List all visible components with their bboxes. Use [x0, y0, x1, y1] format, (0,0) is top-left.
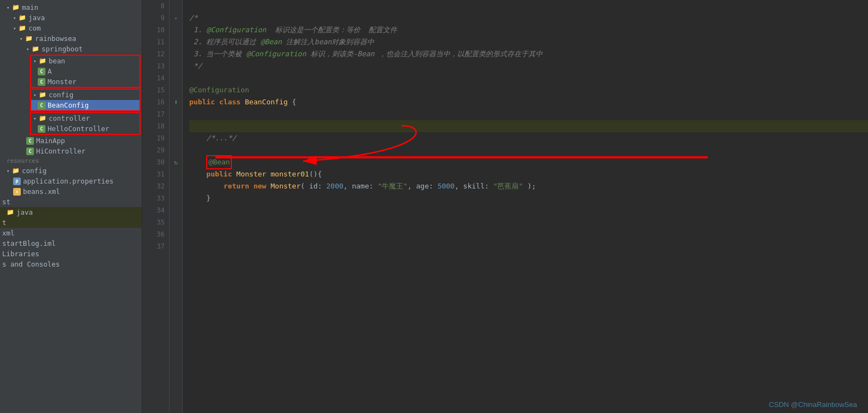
bean-annotation-box: @Bean [206, 155, 232, 169]
sidebar-item-config2[interactable]: ▾ 📁 config [0, 166, 142, 176]
sidebar-item-springboot[interactable]: ▾ 📁 springboot [0, 44, 142, 54]
sidebar-item-MainApp[interactable]: C MainApp [0, 135, 142, 146]
code-line-11: 2. 程序员可以通过 @Bean 注解注入bean对象到容器中 [189, 36, 868, 48]
sidebar-item-HiController[interactable]: C HiController [0, 146, 142, 156]
xml-icon: x [13, 188, 21, 196]
sidebar-item-config[interactable]: ▾ 📁 config [31, 90, 139, 100]
properties-icon: p [13, 178, 21, 185]
code-line-17 [189, 108, 868, 120]
class-icon-hellocontroller: C [38, 125, 45, 133]
code-line-14 [189, 72, 868, 84]
class-icon-a: C [38, 68, 45, 75]
code-line-32: return new Monster ( id: 2000 , name: "牛… [189, 180, 868, 192]
sidebar-item-BeanConfig[interactable]: C BeanConfig [31, 100, 139, 110]
sidebar-item-t[interactable]: t [0, 217, 142, 228]
sidebar-item-com[interactable]: ▾ 📁 com [0, 23, 142, 33]
gutter: ▾ ⬇ ↻ [170, 0, 183, 413]
code-line-33: } [189, 192, 868, 204]
code-line-29 [189, 144, 868, 156]
gutter-refresh[interactable]: ↻ [174, 159, 178, 166]
sidebar-item-java2[interactable]: 📁 java [0, 207, 142, 217]
code-area: 8 9 10 11 12 13 14 15 16 17 18 19 29 30 … [142, 0, 868, 413]
sidebar-item-application-properties[interactable]: p application.properties [0, 176, 142, 186]
sidebar-item-Monster[interactable]: C Monster [31, 76, 139, 87]
sidebar-item-resources[interactable]: resources [0, 156, 142, 166]
sidebar-item-rainbowsea[interactable]: ▾ 📁 rainbowsea [0, 33, 142, 44]
sidebar-item-st[interactable]: st [0, 197, 142, 207]
code-editor-content[interactable]: /* 1. @Configuration 标识这是一个配置类：等价 配置文件 2… [183, 0, 868, 413]
code-line-34 [189, 204, 868, 216]
line-numbers: 8 9 10 11 12 13 14 15 16 17 18 19 29 30 … [142, 0, 170, 413]
class-icon-mainapp: C [26, 137, 34, 145]
code-line-37 [189, 240, 868, 252]
code-line-35 [189, 216, 868, 228]
sidebar-item-libraries[interactable]: Libraries [0, 249, 142, 259]
watermark: CSDN @ChinaRainbowSea [769, 400, 857, 409]
class-icon-monster: C [38, 78, 45, 86]
editor-area: 8 9 10 11 12 13 14 15 16 17 18 19 29 30 … [142, 0, 868, 413]
sidebar-item-beans-xml[interactable]: x beans.xml [0, 186, 142, 197]
code-line-9: /* [189, 12, 868, 24]
code-line-19: /*...*/ [189, 132, 868, 144]
code-line-8 [189, 0, 868, 12]
sidebar-item-sandconsoles[interactable]: s and Consoles [0, 259, 142, 269]
sidebar-item-main[interactable]: ▾ 📁 main [0, 2, 142, 13]
code-line-18 [189, 120, 868, 132]
code-line-10: 1. @Configuration 标识这是一个配置类：等价 配置文件 [189, 24, 868, 36]
sidebar-item-bean[interactable]: ▾ 📁 bean [31, 56, 139, 66]
code-line-31: public Monster monster01 (){ [189, 168, 868, 180]
sidebar-item-java[interactable]: ▾ 📁 java [0, 13, 142, 23]
code-line-15: @Configuration [189, 84, 868, 96]
class-icon-hicontroller: C [26, 148, 34, 155]
class-icon-beanconfig: C [38, 102, 45, 109]
code-line-12: 3. 当一个类被 @Configuration 标识，则该类-Bean ，也会注… [189, 48, 868, 60]
sidebar-item-A[interactable]: C A [31, 66, 139, 76]
code-line-36 [189, 228, 868, 240]
sidebar-item-startblog[interactable]: startBlog.iml [0, 238, 142, 249]
sidebar-item-xml[interactable]: xml [0, 228, 142, 238]
sidebar-item-HelloController[interactable]: C HelloController [31, 123, 139, 134]
sidebar-item-controller[interactable]: ▾ 📁 controller [31, 113, 139, 123]
code-line-30: @Bean [189, 156, 868, 168]
code-line-16: public class BeanConfig { [189, 96, 868, 108]
gutter-arrow-down[interactable]: ⬇ [174, 98, 178, 106]
code-line-13: */ [189, 60, 868, 72]
gutter-comment-fold[interactable]: ▾ [174, 15, 177, 21]
file-tree: ▾ 📁 main ▾ 📁 java ▾ 📁 com ▾ 📁 rainbowsea… [0, 0, 142, 413]
